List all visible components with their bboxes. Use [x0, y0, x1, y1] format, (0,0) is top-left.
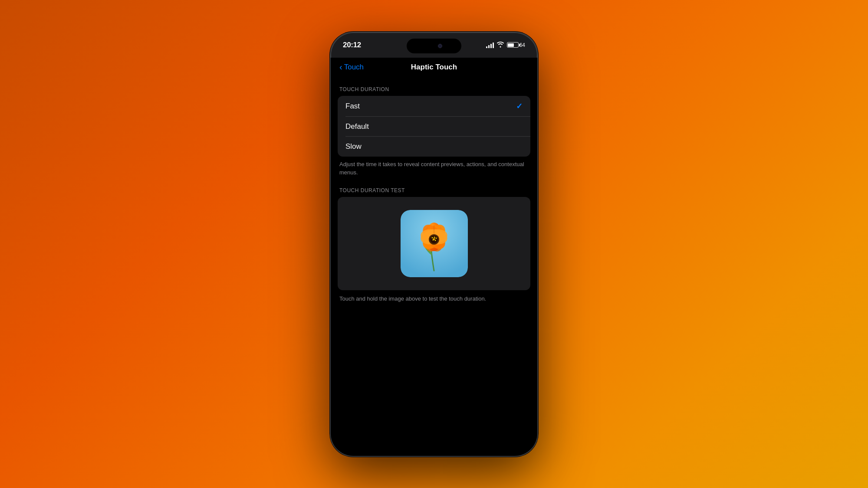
page-title: Haptic Touch — [411, 63, 457, 72]
svg-point-12 — [431, 237, 433, 238]
status-icons: 64 — [486, 42, 525, 49]
status-time: 20:12 — [343, 41, 361, 49]
svg-point-17 — [433, 238, 435, 240]
test-box[interactable] — [338, 197, 530, 290]
touch-test-description: Touch and hold the image above to test t… — [338, 290, 530, 303]
options-group: Fast ✓ Default Slow — [338, 96, 530, 157]
svg-point-14 — [435, 237, 437, 239]
back-label: Touch — [344, 63, 364, 72]
dynamic-island — [407, 39, 461, 53]
option-fast[interactable]: Fast ✓ — [338, 96, 530, 117]
settings-content: TOUCH DURATION Fast ✓ Default Slow Adjus… — [331, 76, 537, 303]
signal-icon — [486, 42, 494, 48]
battery-indicator: 64 — [507, 42, 525, 48]
touch-duration-test-label: TOUCH DURATION TEST — [338, 187, 530, 193]
wifi-icon — [497, 42, 504, 49]
svg-point-16 — [434, 239, 436, 241]
touch-duration-label: TOUCH DURATION — [338, 86, 530, 92]
power-button[interactable] — [537, 132, 538, 167]
option-slow[interactable]: Slow — [338, 137, 530, 157]
option-slow-label: Slow — [345, 142, 523, 151]
flower-image[interactable] — [401, 210, 468, 277]
front-camera — [438, 44, 442, 48]
back-chevron-icon: ‹ — [339, 62, 342, 71]
option-default-label: Default — [345, 122, 523, 131]
screen-content: ‹ Touch Haptic Touch TOUCH DURATION Fast… — [331, 58, 537, 456]
back-button[interactable]: ‹ Touch — [339, 63, 364, 72]
svg-point-13 — [434, 236, 435, 238]
checkmark-icon: ✓ — [516, 102, 523, 111]
option-default[interactable]: Default — [338, 117, 530, 137]
battery-icon — [507, 42, 519, 48]
nav-bar: ‹ Touch Haptic Touch — [331, 58, 537, 76]
phone-frame: 20:12 64 — [330, 32, 538, 457]
option-fast-label: Fast — [345, 102, 516, 111]
touch-duration-description: Adjust the time it takes to reveal conte… — [338, 157, 530, 177]
battery-percent: 64 — [519, 42, 525, 48]
